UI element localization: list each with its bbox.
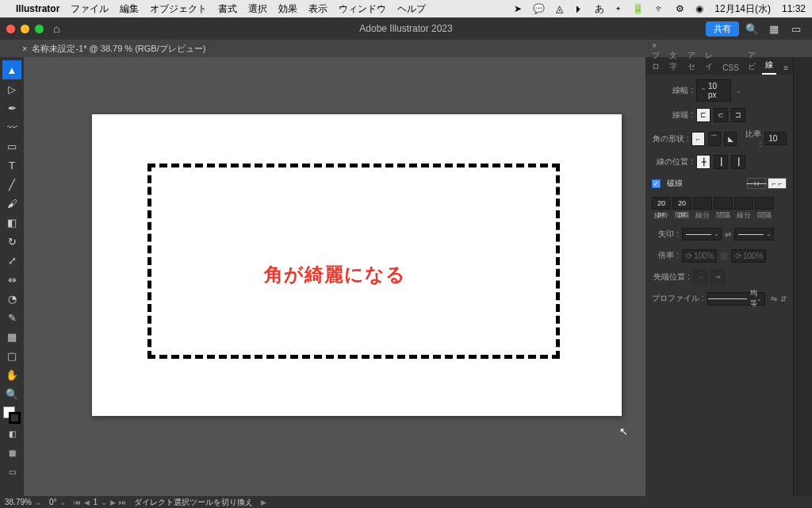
rotate-tool[interactable]: ↻	[2, 232, 21, 251]
tab-layers[interactable]: レイ	[702, 48, 717, 75]
menubar-date[interactable]: 12月14日(水)	[714, 2, 771, 16]
menu-view[interactable]: 表示	[308, 2, 327, 16]
dash-1-input[interactable]: 20 px	[652, 197, 671, 210]
screen-mode-icon[interactable]: ▭	[2, 462, 21, 481]
join-bevel-button[interactable]: ◣	[724, 132, 737, 146]
rectangle-tool[interactable]: ▭	[2, 137, 21, 156]
stroke-swatch[interactable]	[9, 412, 21, 424]
flip-along-icon[interactable]: ⇋	[771, 294, 777, 303]
tab-close-icon[interactable]: ×	[22, 44, 27, 53]
share-button[interactable]: 共有	[706, 21, 739, 37]
arrange-icon[interactable]: ▦	[764, 23, 783, 35]
dashed-line-checkbox[interactable]: ✓	[652, 179, 661, 188]
document-tab[interactable]: 名称未設定-1* @ 38.79 % (RGB/プレビュー)	[32, 43, 205, 55]
tab-character[interactable]: 文字	[666, 48, 681, 75]
dash-align-corners-button[interactable]: ⌐ ⌐	[768, 178, 787, 189]
align-center-button[interactable]: ╋	[696, 155, 710, 169]
curvature-tool[interactable]: 〰	[2, 117, 21, 137]
stroke-weight-dropdown-icon[interactable]: ⌄	[736, 87, 741, 94]
menubar-time[interactable]: 11:32	[782, 3, 806, 14]
align-outside-button[interactable]: ┃	[731, 155, 745, 169]
width-tool[interactable]: ⇔	[2, 270, 21, 289]
gap-2-input[interactable]	[714, 197, 733, 210]
close-window-button[interactable]	[6, 25, 15, 33]
hand-tool[interactable]: ✋	[2, 365, 21, 384]
miter-limit-input[interactable]: 10	[764, 132, 787, 145]
tab-stroke[interactable]: 線	[762, 57, 776, 75]
status-more-icon[interactable]: ▶	[261, 498, 266, 506]
panel-menu-icon[interactable]: ≡	[779, 61, 793, 75]
menu-edit[interactable]: 編集	[120, 2, 139, 16]
app-name[interactable]: Illustrator	[16, 3, 59, 14]
tab-assets[interactable]: アセ	[684, 48, 699, 75]
stroke-weight-input[interactable]: ⌃10 px	[696, 79, 731, 102]
line-tool[interactable]: ╱	[2, 175, 21, 194]
artboard-tool[interactable]: ▢	[2, 346, 21, 365]
swap-arrows-icon[interactable]: ⇄	[725, 230, 731, 239]
dash-preserve-button[interactable]: ⟶⟵	[747, 178, 766, 189]
join-miter-button[interactable]: ⌐	[691, 132, 704, 146]
line-icon[interactable]: 💬	[533, 3, 545, 14]
minimize-window-button[interactable]	[21, 25, 29, 33]
menu-help[interactable]: ヘルプ	[397, 2, 426, 16]
arrow-start-select[interactable]: ⌄	[682, 228, 722, 241]
battery-icon[interactable]: 🔋	[632, 3, 644, 14]
tray-icon-2[interactable]: ⏵	[574, 3, 584, 14]
panel-close-icon[interactable]: ×	[652, 41, 657, 50]
cap-butt-button[interactable]: ⊏	[696, 108, 710, 122]
wifi-icon[interactable]: ᯤ	[655, 3, 665, 14]
eyedropper-tool[interactable]: ✎	[2, 308, 21, 327]
canvas[interactable]: 角が綺麗になる ↖	[24, 57, 645, 496]
flip-across-icon[interactable]: ⇵	[780, 294, 787, 303]
arrow-end-select[interactable]: ⌄	[734, 228, 774, 241]
join-round-button[interactable]: ⌒	[708, 132, 721, 146]
profile-select[interactable]: 均等⌄	[707, 292, 765, 306]
pen-tool[interactable]: ✒	[2, 98, 21, 117]
rotate-view[interactable]: 0° ⌄	[49, 498, 67, 506]
dock-strip[interactable]	[793, 57, 812, 496]
menu-type[interactable]: 書式	[218, 2, 237, 16]
workspace-icon[interactable]: ▭	[787, 23, 806, 35]
menu-effect[interactable]: 効果	[278, 2, 297, 16]
tip-place-button: ⇥	[710, 270, 725, 284]
siri-icon[interactable]: ◉	[695, 3, 703, 14]
home-icon[interactable]: ⌂	[53, 22, 59, 35]
search-icon[interactable]: 🔍	[742, 23, 761, 35]
menu-window[interactable]: ウィンドウ	[339, 2, 386, 16]
selection-tool[interactable]: ▲	[2, 60, 21, 79]
cap-round-button[interactable]: ⊂	[714, 108, 728, 122]
gap-1-input[interactable]: 20 px	[672, 197, 691, 210]
type-tool[interactable]: T	[2, 156, 21, 175]
artboard-nav[interactable]: ⏮◀ 1 ⌄ ▶⏭	[74, 498, 126, 506]
fill-stroke-swatch[interactable]	[3, 406, 21, 424]
gradient-tool[interactable]: ▦	[2, 327, 21, 346]
menu-object[interactable]: オブジェクト	[150, 2, 207, 16]
control-center-icon[interactable]: ⚙	[676, 3, 684, 14]
dashed-rectangle-object[interactable]	[147, 164, 560, 359]
gap-3-input[interactable]	[755, 197, 774, 210]
tray-icon-3[interactable]: あ	[595, 2, 604, 16]
color-mode-icon[interactable]: ◧	[2, 424, 21, 443]
align-inside-button[interactable]: ┃	[714, 155, 728, 169]
tab-appearance[interactable]: アピ	[745, 48, 760, 75]
draw-mode-icon[interactable]: ▦	[2, 443, 21, 462]
eraser-tool[interactable]: ◧	[2, 213, 21, 232]
dash-3-input[interactable]	[734, 197, 753, 210]
zoom-window-button[interactable]	[35, 25, 44, 33]
tab-css[interactable]: CSS	[719, 61, 742, 75]
paintbrush-tool[interactable]: 🖌	[2, 194, 21, 213]
tray-icon-1[interactable]: ◬	[556, 3, 563, 14]
zoom-level[interactable]: 38.79% ⌄	[5, 498, 41, 506]
scale-tool[interactable]: ⤢	[2, 251, 21, 270]
menu-select[interactable]: 選択	[248, 2, 267, 16]
tab-properties[interactable]: プロ	[649, 48, 664, 75]
cap-projecting-button[interactable]: ⊐	[731, 108, 745, 122]
right-panel-rail: × プロ 文字 アセ レイ CSS アピ 線 ≡ 線幅 : ⌃10 px ⌄ 線…	[645, 57, 812, 496]
dash-2-input[interactable]	[693, 197, 712, 210]
shape-builder-tool[interactable]: ◔	[2, 289, 21, 308]
menu-file[interactable]: ファイル	[71, 2, 109, 16]
direct-selection-tool[interactable]: ▷	[2, 79, 21, 98]
bluetooth-icon[interactable]: ᛭	[615, 3, 621, 14]
zoom-tool[interactable]: 🔍	[2, 384, 21, 403]
location-icon[interactable]: ➤	[514, 3, 522, 14]
